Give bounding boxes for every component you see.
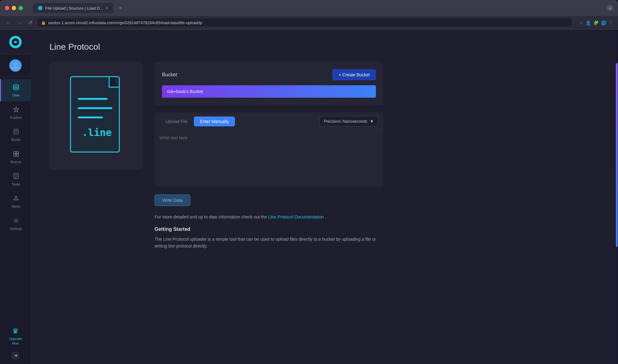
app-container: Data Explore (0, 30, 618, 364)
page-title: Line Protocol (49, 42, 383, 52)
browser-addressbar: ← → ↺ 🔒 eastus-1.azure.cloud2.influxdata… (0, 16, 618, 30)
lock-icon: 🔒 (41, 21, 46, 25)
browser-titlebar: File Upload | Sources | Load D... ✕ + ● (0, 0, 618, 16)
getting-started-title: Getting Started (155, 225, 383, 233)
active-tab[interactable]: File Upload | Sources | Load D... ✕ (33, 3, 113, 13)
crown-icon: ♛ (12, 327, 19, 335)
precision-dropdown[interactable]: Precision: Nanoseconds ▼ (319, 116, 378, 126)
bucket-section-title: Bucket (162, 72, 177, 78)
nav-back-button[interactable]: ← (5, 19, 12, 27)
info-section: For more detailed and up to date informa… (155, 214, 383, 250)
settings-icon (13, 217, 19, 226)
browser-actions: ☆ 👤 🧩 🌐 ⋮ (579, 20, 613, 25)
svg-point-2 (14, 63, 17, 66)
sidebar-item-label-explore: Explore (10, 116, 22, 119)
traffic-lights (5, 6, 23, 10)
info-description-prefix: For more detailed and up to date informa… (155, 214, 268, 219)
minimize-button[interactable] (12, 6, 16, 10)
influxdb-logo-icon (9, 36, 22, 48)
browser-menu-icon[interactable]: ● (607, 5, 613, 11)
sidebar-item-alerts[interactable]: Alerts (0, 190, 31, 213)
sidebar-nav: Data Explore (0, 77, 31, 235)
url-text: eastus-1.azure.cloud2.influxdata.com/org… (48, 20, 202, 25)
scrollbar-thumb[interactable] (616, 63, 618, 247)
sidebar-user[interactable] (0, 54, 31, 77)
tab-title: File Upload | Sources | Load D... (45, 6, 103, 11)
close-button[interactable] (5, 6, 9, 10)
sidebar-item-label-books: Books (11, 138, 21, 142)
content-layout: .line Bucket + Create Bucket (49, 62, 383, 250)
write-data-button[interactable]: Write Data (155, 194, 190, 206)
enter-manually-tab[interactable]: Enter Manually (194, 116, 235, 126)
avatar-icon (11, 61, 20, 70)
svg-text:.line: .line (82, 127, 112, 138)
books-icon (13, 128, 19, 137)
sidebar: Data Explore (0, 30, 31, 364)
content-area: Line Protocol (31, 30, 402, 262)
explore-icon (13, 106, 19, 114)
upgrade-label: UpgradeNow (9, 336, 22, 345)
tab-favicon-icon (38, 6, 43, 11)
sidebar-item-explore[interactable]: Explore (0, 101, 31, 124)
scrollbar-track[interactable] (616, 30, 618, 364)
svg-rect-9 (14, 154, 16, 156)
line-protocol-illustration: .line (62, 74, 130, 158)
extensions-icon[interactable]: 🧩 (593, 20, 599, 25)
sidebar-item-label-settings: Settings (10, 227, 22, 231)
line-protocol-textarea[interactable] (155, 130, 383, 186)
svg-point-3 (14, 84, 19, 86)
svg-point-17 (15, 220, 17, 222)
address-bar[interactable]: 🔒 eastus-1.azure.cloud2.influxdata.com/o… (37, 19, 572, 27)
upgrade-button[interactable]: ♛ UpgradeNow (6, 324, 24, 348)
bucket-section: Bucket + Create Bucket rick+book's Bucke… (155, 62, 383, 105)
more-options-icon[interactable]: ⋮ (609, 20, 613, 25)
chevron-left-icon: ◀ (14, 353, 17, 358)
tab-bar: File Upload | Sources | Load D... ✕ + (33, 3, 124, 13)
sidebar-bottom: ♛ UpgradeNow ◀ (0, 324, 31, 364)
line-protocol-doc-link[interactable]: Line Protocol Documentation (268, 214, 324, 219)
translate-icon[interactable]: 🌐 (601, 20, 606, 25)
nav-forward-button[interactable]: → (16, 19, 23, 27)
input-tabs: Upload File Enter Manually (160, 116, 235, 126)
tasks-icon (13, 173, 19, 181)
tab-close-icon[interactable]: ✕ (105, 6, 109, 10)
svg-rect-8 (16, 151, 19, 154)
precision-label: Precision: Nanoseconds (324, 119, 367, 124)
sidebar-item-label-tasks: Tasks (11, 182, 20, 186)
bucket-item[interactable]: rick+book's Bucket (162, 85, 376, 98)
info-description-suffix: . (325, 214, 326, 219)
create-bucket-button[interactable]: + Create Bucket (332, 69, 376, 80)
input-tabs-header: Upload File Enter Manually Precision: Na… (155, 112, 383, 130)
sidebar-item-books[interactable]: Books (0, 124, 31, 146)
bucket-header: Bucket + Create Bucket (162, 69, 376, 80)
svg-point-0 (38, 6, 42, 10)
sidebar-item-settings[interactable]: Settings (0, 213, 31, 235)
profile-icon[interactable]: 👤 (586, 20, 591, 25)
browser-frame: File Upload | Sources | Load D... ✕ + ● … (0, 0, 618, 364)
sidebar-item-data[interactable]: Data (0, 79, 31, 101)
sidebar-item-label-boards: Boards (11, 160, 21, 164)
write-data-container: Write Data (155, 194, 383, 206)
sidebar-item-boards[interactable]: Boards (0, 146, 31, 168)
maximize-button[interactable] (19, 6, 23, 10)
bookmark-icon[interactable]: ☆ (579, 20, 583, 25)
getting-started-text: The Line Protocol uploader is a simple t… (155, 236, 383, 250)
svg-rect-7 (14, 151, 16, 154)
svg-point-16 (16, 200, 16, 200)
data-icon (13, 84, 19, 92)
sidebar-item-label-alerts: Alerts (11, 205, 20, 208)
sidebar-toggle-button[interactable]: ◀ (12, 352, 19, 359)
upload-file-tab[interactable]: Upload File (160, 116, 194, 126)
right-panel: Bucket + Create Bucket rick+book's Bucke… (155, 62, 383, 250)
sidebar-logo (0, 30, 31, 54)
new-tab-button[interactable]: + (116, 4, 124, 13)
alerts-icon (13, 195, 19, 203)
sidebar-item-tasks[interactable]: Tasks (0, 168, 31, 190)
boards-icon (13, 150, 19, 159)
precision-dropdown-arrow-icon: ▼ (370, 119, 374, 124)
logo-svg (11, 38, 20, 46)
info-description: For more detailed and up to date informa… (155, 214, 383, 220)
svg-rect-4 (14, 129, 18, 134)
main-content: Line Protocol (31, 30, 618, 364)
nav-refresh-button[interactable]: ↺ (27, 19, 34, 27)
